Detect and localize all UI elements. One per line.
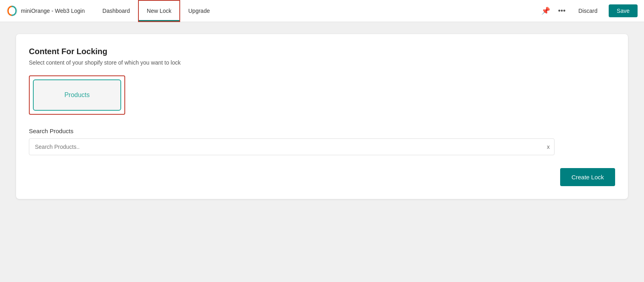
more-options-button[interactable]: ••• — [557, 5, 567, 17]
search-section: Search Products x — [29, 128, 615, 155]
content-card: Content For Locking Select content of yo… — [16, 34, 628, 199]
pin-icon: 📌 — [541, 7, 550, 15]
nav-right-actions: 📌 ••• Discard Save — [540, 4, 638, 17]
nav-item-upgrade[interactable]: Upgrade — [180, 0, 218, 22]
section-subtitle: Select content of your shopify store of … — [29, 59, 615, 66]
search-input[interactable] — [29, 138, 555, 155]
nav-item-new-lock[interactable]: New Lock — [138, 0, 180, 22]
top-navigation: miniOrange - Web3 Login Dashboard New Lo… — [0, 0, 644, 22]
products-option-button[interactable]: Products — [33, 79, 121, 111]
app-title: miniOrange - Web3 Login — [21, 8, 85, 14]
search-input-wrapper: x — [29, 138, 555, 155]
app-logo-icon — [6, 5, 18, 16]
pin-icon-button[interactable]: 📌 — [540, 5, 552, 17]
nav-items: Dashboard New Lock Upgrade — [94, 0, 539, 22]
discard-button[interactable]: Discard — [572, 4, 604, 17]
nav-item-dashboard[interactable]: Dashboard — [94, 0, 138, 22]
search-label: Search Products — [29, 128, 615, 134]
more-icon: ••• — [558, 7, 566, 15]
section-title: Content For Locking — [29, 47, 615, 56]
app-logo: miniOrange - Web3 Login — [6, 5, 85, 16]
save-button[interactable]: Save — [609, 4, 638, 17]
create-lock-button[interactable]: Create Lock — [560, 168, 615, 186]
main-content: Content For Locking Select content of yo… — [0, 22, 644, 282]
bottom-actions: Create Lock — [29, 168, 615, 186]
content-options-wrapper: Products — [29, 75, 125, 115]
search-clear-button[interactable]: x — [547, 144, 550, 150]
